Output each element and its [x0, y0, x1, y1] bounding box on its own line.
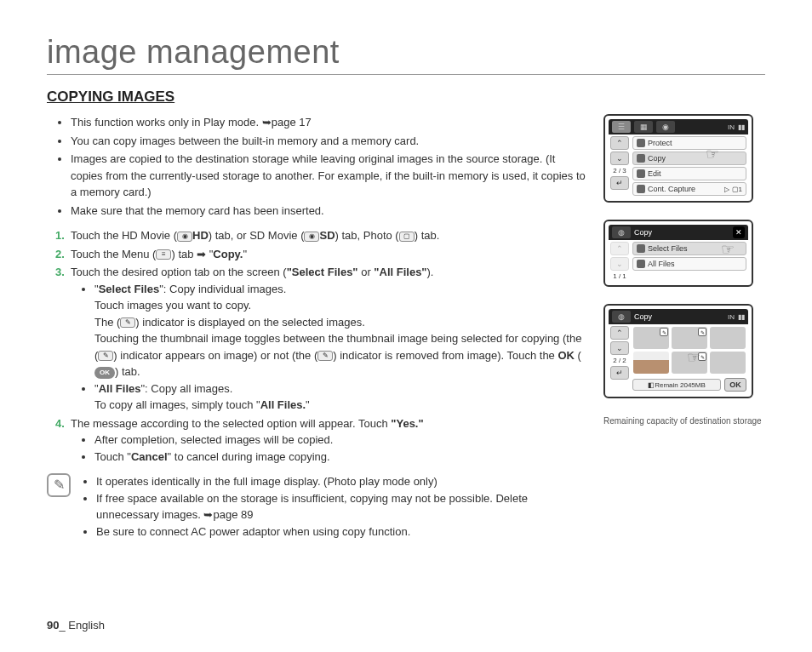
thumbnail[interactable] [633, 352, 669, 374]
sub-item: Touch "Cancel" to cancel during image co… [94, 449, 586, 466]
text: " [306, 398, 310, 411]
bullet-item: Make sure that the memory card has been … [71, 203, 586, 220]
copy-badge-icon: ✎ [698, 352, 706, 361]
list-row-copy[interactable]: Copy [632, 152, 746, 165]
back-button[interactable]: ↵ [610, 366, 629, 380]
pager-text: 1 / 1 [610, 272, 629, 280]
bullet-item: This function works only in Play mode. ➥… [71, 114, 586, 131]
cont-capture-icon [637, 185, 645, 193]
text: ": Copy all images. [140, 382, 232, 395]
indicator-icon: ✎ [317, 351, 333, 361]
row-label: All Files [648, 260, 675, 268]
screen-tab-globe[interactable]: ☰ [612, 121, 631, 133]
all-files-label: "All Files" [374, 266, 426, 278]
ok-label: OK [558, 349, 575, 362]
text: Touch images you want to copy. [94, 299, 251, 312]
edit-icon [637, 169, 645, 178]
storage-in-badge: IN [728, 123, 735, 131]
hd-movie-icon: ◉ [177, 232, 192, 242]
text: ) tab. [415, 229, 440, 242]
screen-copy-options: ◍ Copy ✕ ⌃ ⌄ 1 / 1 Select Files All File… [603, 220, 753, 287]
hd-label: HD [192, 229, 209, 242]
copy-badge-icon: ✎ [660, 328, 668, 336]
select-files-bold: Select Files [99, 283, 160, 295]
list-row-protect[interactable]: Protect [632, 136, 746, 150]
note-item: If free space available on the storage i… [96, 490, 586, 523]
thumbnail[interactable]: ✎ [672, 327, 707, 349]
list-row-all-files[interactable]: All Files [632, 257, 746, 271]
screenshots-column: ☰ ▦ ◉ IN▮▮ ⌃ ⌄ 2 / 3 ↵ Protect Copy Edit… [603, 114, 765, 540]
screen-title: Copy [634, 228, 652, 237]
thumbnail[interactable]: ✎ [672, 352, 707, 374]
text: Touch the desired option tab on the scre… [71, 266, 287, 278]
screen-tab-globe[interactable]: ◍ [612, 311, 631, 323]
body-text: This function works only in Play mode. ➥… [47, 114, 586, 540]
protect-icon [637, 139, 645, 147]
nav-down-button[interactable]: ⌄ [610, 341, 629, 355]
all-files-icon [637, 260, 645, 268]
screen-tab-globe[interactable]: ◍ [612, 226, 631, 238]
note-item: It operates identically in the full imag… [96, 473, 586, 490]
sd-movie-icon: ◉ [304, 232, 319, 242]
numbered-steps: 1. Touch the HD Movie (◉HD) tab, or SD M… [47, 227, 586, 465]
list-row-select-files[interactable]: Select Files [632, 242, 746, 255]
copy-badge-icon: ✎ [698, 328, 706, 336]
photo-icon: ▢ [399, 232, 415, 242]
page-number: 90 [47, 619, 59, 632]
yes-label: "Yes." [391, 417, 423, 430]
text: ) indicator is displayed on the selected… [135, 316, 365, 329]
remaining-capacity-bar: ◧ Remain 2045MB [632, 379, 721, 391]
text: ) tab ➡ " [171, 248, 213, 260]
screen-title: Copy [634, 312, 652, 321]
close-button[interactable]: ✕ [733, 226, 745, 238]
text: The ( [94, 316, 120, 329]
nav-up-button[interactable]: ⌃ [610, 326, 629, 340]
thumbnail[interactable] [710, 327, 746, 349]
row-label: Select Files [648, 244, 688, 253]
all-files-bold: All Files. [260, 398, 306, 411]
menu-icon: ≡ [156, 249, 171, 260]
text: ) tab. [115, 365, 140, 378]
screen-thumbnails: ◍ Copy IN▮▮ ⌃ ⌄ 2 / 2 ↵ ✎ ✎ ✎ [603, 304, 753, 398]
text: ) tab, or SD Movie ( [209, 229, 305, 242]
all-files-bold: All Files [99, 382, 141, 395]
nav-up-button: ⌃ [610, 242, 629, 255]
screen-tab[interactable]: ◉ [656, 121, 675, 133]
pager-text: 2 / 3 [610, 167, 629, 174]
step-number: 3. [55, 264, 65, 281]
screen-menu-list: ☰ ▦ ◉ IN▮▮ ⌃ ⌄ 2 / 3 ↵ Protect Copy Edit… [603, 114, 753, 203]
screen3-caption: Remaining capacity of destination storag… [603, 415, 765, 426]
text: The message according to the selected op… [71, 417, 391, 430]
copy-label: Copy. [213, 248, 243, 260]
text: or [358, 266, 375, 278]
section-copying-images: COPYING IMAGES [47, 89, 765, 106]
ok-pill-icon: OK [94, 367, 115, 379]
battery-icon: ▮▮ [738, 313, 745, 321]
text: Touch " [94, 450, 131, 463]
thumbnail[interactable]: ✎ [633, 327, 669, 349]
ok-button[interactable]: OK [724, 378, 746, 392]
back-button[interactable]: ↵ [610, 176, 629, 190]
nav-down-button: ⌄ [610, 257, 629, 271]
nav-down-button[interactable]: ⌄ [610, 152, 629, 165]
list-row-cont-capture[interactable]: Cont. Capture▷ ▢1 [632, 182, 746, 196]
text: ( [575, 349, 581, 362]
text: " [243, 248, 247, 260]
page-title: image management [47, 34, 765, 75]
remain-text: Remain 2045MB [655, 381, 706, 389]
pager-text: 2 / 2 [610, 357, 629, 364]
step-number: 4. [55, 415, 65, 432]
thumbnail[interactable] [710, 352, 746, 374]
sub-item: After completion, selected images will b… [94, 432, 586, 449]
list-row-edit[interactable]: Edit [632, 167, 746, 180]
screen-tab[interactable]: ▦ [634, 121, 653, 133]
storage-in-badge: IN [728, 313, 735, 321]
play-indicator: ▷ ▢1 [724, 186, 742, 193]
text: ": Copy individual images. [159, 283, 286, 295]
note-box: ✎ It operates identically in the full im… [47, 473, 586, 540]
text: ) indicator is removed from image). Touc… [333, 349, 558, 362]
row-label: Cont. Capture [648, 185, 695, 193]
select-files-icon [637, 244, 645, 253]
nav-up-button[interactable]: ⌃ [610, 136, 629, 150]
row-label: Copy [648, 154, 666, 163]
